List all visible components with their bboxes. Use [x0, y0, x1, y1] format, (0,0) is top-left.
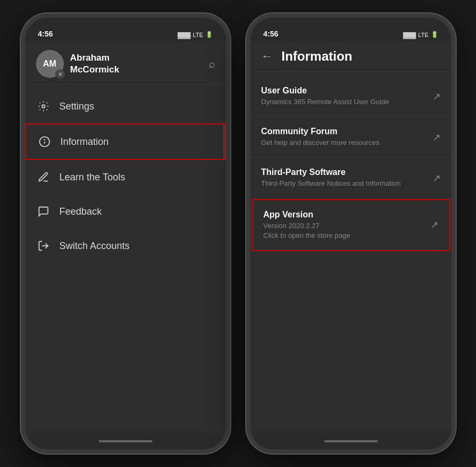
info-header: ← Information [251, 41, 451, 72]
notch [83, 18, 169, 33]
info-item-third-party[interactable]: Third-Party Software Third-Party Softwar… [251, 158, 451, 199]
info-icon [37, 134, 52, 149]
menu-items: Settings Information [25, 85, 226, 433]
user-info: AM ✕ Abraham McCormick [36, 50, 120, 78]
menu-item-feedback[interactable]: Feedback [25, 194, 226, 229]
app-version-external-icon: ↗︎ [430, 219, 438, 231]
user-name: Abraham McCormick [70, 52, 120, 76]
menu-screen: AM ✕ Abraham McCormick ⌕ [25, 41, 226, 433]
community-forum-subtitle: Get help and discover more resources [261, 138, 426, 148]
pencil-icon [36, 170, 51, 185]
gear-icon [36, 99, 51, 114]
avatar-badge: ✕ [55, 69, 65, 79]
user-guide-subtitle: Dynamics 365 Remote Assist User Guide [261, 97, 426, 107]
right-status-icons: ▓▓▓ LTE 🔋 [403, 31, 438, 38]
right-time: 4:56 [263, 30, 279, 38]
learn-tools-label: Learn the Tools [60, 172, 126, 183]
right-signal-icon: ▓▓▓ [403, 32, 416, 38]
community-forum-text: Community Forum Get help and discover mo… [261, 127, 426, 148]
menu-item-learn-tools[interactable]: Learn the Tools [25, 160, 226, 194]
avatar: AM ✕ [36, 50, 64, 78]
information-label: Information [61, 136, 109, 148]
battery-icon: 🔋 [206, 31, 213, 38]
user-guide-title: User Guide [261, 86, 426, 96]
third-party-title: Third-Party Software [261, 167, 426, 177]
menu-item-information[interactable]: Information [25, 123, 226, 160]
app-version-subtitle: Version 2020.2.27 Click to open the stor… [263, 221, 424, 240]
right-lte-label: LTE [418, 32, 428, 38]
user-guide-text: User Guide Dynamics 365 Remote Assist Us… [261, 86, 426, 107]
right-phone: 4:56 ▓▓▓ LTE 🔋 ← Information User Guide [246, 13, 456, 454]
active-indicator [223, 125, 225, 159]
user-name-block: Abraham McCormick [70, 52, 120, 76]
right-battery-icon: 🔋 [431, 31, 438, 38]
third-party-external-icon: ↗︎ [433, 172, 441, 184]
right-phone-content: ← Information User Guide Dynamics 365 Re… [251, 41, 451, 433]
community-forum-external-icon: ↗︎ [433, 132, 441, 143]
info-list: User Guide Dynamics 365 Remote Assist Us… [251, 72, 451, 433]
left-phone-content: AM ✕ Abraham McCormick ⌕ [25, 41, 226, 433]
svg-point-0 [42, 105, 45, 108]
switch-icon [36, 238, 51, 253]
third-party-subtitle: Third-Party Software Notices and Informa… [261, 179, 426, 188]
left-time: 4:56 [38, 30, 53, 38]
right-notch [308, 18, 394, 33]
community-forum-title: Community Forum [261, 127, 426, 136]
menu-item-switch-accounts[interactable]: Switch Accounts [25, 229, 226, 263]
settings-label: Settings [60, 101, 94, 112]
lte-label: LTE [193, 32, 203, 38]
menu-item-settings[interactable]: Settings [25, 89, 226, 123]
info-item-community-forum[interactable]: Community Forum Get help and discover mo… [251, 117, 451, 158]
app-version-text: App Version Version 2020.2.27 Click to o… [263, 210, 424, 240]
left-status-icons: ▓▓▓ LTE 🔋 [178, 31, 213, 38]
third-party-text: Third-Party Software Third-Party Softwar… [261, 167, 426, 188]
signal-icon: ▓▓▓ [178, 32, 191, 38]
switch-accounts-label: Switch Accounts [60, 240, 130, 252]
left-home-indicator [25, 433, 226, 449]
info-item-app-version[interactable]: App Version Version 2020.2.27 Click to o… [252, 199, 450, 251]
left-phone: 4:56 ▓▓▓ LTE 🔋 AM ✕ Abraham McCormick [21, 13, 230, 454]
user-guide-external-icon: ↗︎ [433, 91, 441, 103]
info-item-user-guide[interactable]: User Guide Dynamics 365 Remote Assist Us… [251, 76, 451, 117]
right-home-bar [324, 440, 378, 442]
app-version-title: App Version [263, 210, 424, 220]
back-button[interactable]: ← [261, 49, 273, 63]
feedback-icon [36, 204, 51, 219]
info-page-title: Information [282, 49, 353, 64]
home-bar [99, 440, 152, 442]
info-screen: ← Information User Guide Dynamics 365 Re… [251, 41, 451, 433]
right-home-indicator [251, 433, 451, 449]
menu-header: AM ✕ Abraham McCormick ⌕ [25, 41, 226, 85]
feedback-label: Feedback [60, 206, 102, 217]
search-button[interactable]: ⌕ [209, 58, 215, 70]
